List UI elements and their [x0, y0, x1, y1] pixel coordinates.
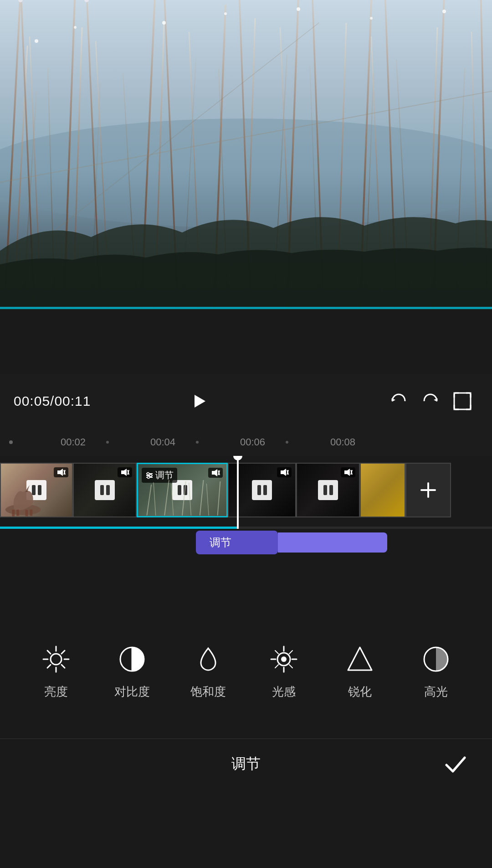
brightness-tool[interactable]: 亮度 — [26, 641, 86, 700]
svg-rect-56 — [454, 393, 471, 409]
clip-4-mute[interactable] — [277, 467, 292, 477]
svg-line-102 — [47, 665, 51, 668]
timeline-progress — [0, 527, 237, 529]
svg-point-46 — [370, 17, 373, 20]
exposure-icon — [266, 641, 302, 677]
svg-point-45 — [297, 7, 300, 11]
adjust-label-bar: 调节 — [0, 529, 492, 556]
sharpness-label: 锐化 — [348, 684, 372, 700]
clip-6[interactable] — [360, 463, 405, 517]
exposure-tool[interactable]: 光感 — [254, 641, 313, 700]
frost-grass-overlay — [0, 0, 492, 310]
svg-marker-115 — [348, 647, 372, 670]
svg-marker-89 — [344, 469, 350, 476]
svg-line-111 — [275, 651, 278, 654]
fullscreen-button[interactable] — [446, 385, 478, 417]
control-bar: 00:05/00:11 — [0, 374, 492, 429]
svg-line-99 — [47, 651, 51, 654]
clip-5-mute[interactable] — [341, 467, 355, 477]
ruler-tick-08: 00:08 — [330, 436, 355, 448]
svg-line-82 — [189, 483, 191, 516]
svg-marker-57 — [57, 469, 63, 476]
svg-marker-86 — [281, 469, 286, 476]
svg-line-81 — [182, 481, 186, 516]
svg-line-114 — [275, 665, 278, 668]
contrast-label: 对比度 — [114, 684, 150, 700]
brightness-icon — [38, 641, 74, 677]
svg-line-112 — [289, 665, 292, 668]
svg-point-73 — [148, 476, 150, 478]
clip-1-mute[interactable] — [54, 467, 68, 477]
clip-2-mute[interactable] — [118, 467, 132, 477]
spacer — [0, 310, 492, 374]
redo-button[interactable] — [415, 385, 446, 417]
adjust-pill-label: 调节 — [210, 536, 231, 548]
adjustment-tools: 亮度 对比度 饱和度 — [0, 632, 492, 709]
svg-point-71 — [147, 472, 149, 475]
svg-rect-61 — [12, 510, 15, 517]
clip-5-pause[interactable] — [318, 480, 338, 500]
time-display: 00:05/00:11 — [14, 393, 178, 409]
sharpness-tool[interactable]: 锐化 — [330, 641, 390, 700]
highlight-icon — [418, 641, 454, 677]
bottom-controls: 亮度 对比度 饱和度 — [0, 602, 492, 739]
clip-5[interactable] — [296, 463, 360, 517]
svg-rect-64 — [30, 510, 32, 516]
svg-rect-63 — [26, 510, 28, 517]
svg-point-94 — [51, 654, 62, 665]
add-clip-button[interactable] — [405, 463, 451, 517]
clip-3-mute[interactable] — [208, 468, 223, 478]
timeline-track — [0, 527, 492, 529]
svg-marker-65 — [121, 469, 127, 476]
contrast-icon — [114, 641, 150, 677]
adjust-pill-group[interactable]: 调节 — [196, 531, 387, 554]
highlight-label: 高光 — [424, 684, 448, 700]
svg-point-42 — [74, 26, 77, 29]
svg-point-41 — [35, 39, 38, 43]
svg-rect-62 — [16, 510, 19, 516]
svg-marker-55 — [195, 395, 205, 408]
play-button[interactable] — [178, 381, 219, 422]
playhead[interactable] — [237, 456, 239, 529]
clip-3[interactable]: 调节 — [137, 463, 228, 517]
clip-1[interactable] — [0, 463, 73, 517]
contrast-tool[interactable]: 对比度 — [102, 641, 162, 700]
ruler-tick-04: 00:04 — [150, 436, 175, 448]
svg-rect-54 — [0, 307, 492, 309]
saturation-icon — [190, 641, 226, 677]
clip-4-pause[interactable] — [252, 480, 272, 500]
saturation-label: 饱和度 — [190, 684, 226, 700]
svg-point-72 — [150, 474, 152, 476]
clip-2-pause[interactable] — [95, 480, 115, 500]
timeline-area[interactable]: 调节 — [0, 456, 492, 529]
highlight-tool[interactable]: 高光 — [406, 641, 466, 700]
svg-line-113 — [289, 651, 292, 654]
svg-line-85 — [218, 481, 220, 516]
ruler-tick-06: 00:06 — [240, 436, 265, 448]
action-bar-title: 调节 — [231, 754, 261, 774]
adjust-pill-extension — [278, 532, 387, 553]
svg-line-84 — [206, 484, 209, 516]
svg-line-79 — [164, 480, 169, 516]
exposure-label: 光感 — [272, 684, 296, 700]
ruler-tick-02: 00:02 — [61, 436, 86, 448]
svg-line-101 — [62, 651, 65, 654]
svg-point-106 — [281, 656, 287, 662]
clip-2[interactable] — [73, 463, 137, 517]
timeline-ruler: 00:02 00:04 00:06 00:08 — [0, 429, 492, 456]
svg-marker-74 — [212, 469, 217, 476]
saturation-tool[interactable]: 饱和度 — [179, 641, 238, 700]
svg-point-44 — [224, 12, 227, 15]
sharpness-icon — [342, 641, 378, 677]
svg-point-47 — [442, 10, 446, 13]
svg-line-83 — [200, 480, 204, 516]
video-preview — [0, 0, 492, 310]
bottom-action-bar: 调节 — [0, 739, 492, 789]
adjust-pill[interactable]: 调节 — [196, 531, 278, 554]
bottom-spacer — [0, 556, 492, 602]
confirm-button[interactable] — [437, 746, 474, 782]
undo-button[interactable] — [383, 385, 415, 417]
svg-point-43 — [162, 21, 166, 25]
brightness-label: 亮度 — [44, 684, 68, 700]
svg-line-77 — [147, 485, 151, 516]
